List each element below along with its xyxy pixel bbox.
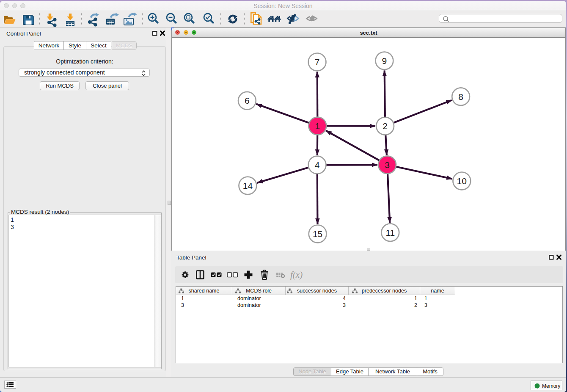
svg-text:15: 15 [313, 229, 322, 239]
svg-text:9: 9 [382, 56, 387, 66]
svg-text:10: 10 [457, 176, 467, 186]
svg-text:14: 14 [243, 181, 253, 190]
svg-text:7: 7 [315, 57, 320, 67]
svg-text:1: 1 [315, 121, 320, 131]
svg-text:3: 3 [385, 160, 390, 170]
svg-text:2: 2 [383, 121, 388, 131]
svg-text:4: 4 [315, 160, 320, 170]
svg-text:8: 8 [458, 92, 463, 102]
svg-text:f(x): f(x) [290, 270, 303, 280]
svg-text:6: 6 [245, 96, 250, 105]
svg-text:11: 11 [385, 228, 395, 237]
